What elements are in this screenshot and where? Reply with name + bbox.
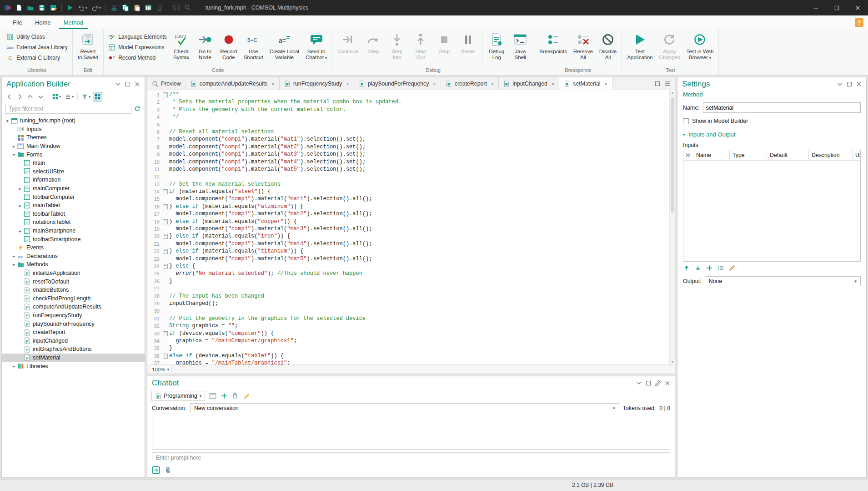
collapse-icon[interactable]: ▾ <box>11 262 17 267</box>
redo-button[interactable]: ▾ <box>90 2 102 13</box>
close-tab-icon[interactable]: × <box>346 81 349 86</box>
fold-toggle-icon[interactable] <box>161 352 169 359</box>
add-input-icon[interactable] <box>706 264 713 272</box>
tree-item-notationstablet[interactable]: notationsTablet <box>2 218 145 227</box>
view-menu-button[interactable]: ▾ <box>50 92 62 101</box>
tree-item-themes[interactable]: Themes <box>2 133 145 142</box>
zoom-extents-button[interactable] <box>183 2 193 13</box>
fold-toggle-icon[interactable] <box>161 91 169 98</box>
run-application-button[interactable] <box>65 2 75 13</box>
name-input[interactable] <box>703 102 861 113</box>
revert-to-saved-button[interactable]: Revertto Saved <box>75 30 101 66</box>
duplicate-button[interactable] <box>143 2 153 13</box>
break-button[interactable]: Break <box>457 30 479 66</box>
tree-item-libraries[interactable]: ▸Libraries <box>2 362 145 370</box>
code-editor[interactable]: 1/**2 * Sets the material properties whe… <box>147 90 675 364</box>
step-into-button[interactable]: StepInto <box>386 30 408 66</box>
step-button[interactable]: Step <box>362 30 385 66</box>
stop-button[interactable]: Stop <box>433 30 456 66</box>
tree-item-maintablet[interactable]: ▸mainTablet <box>2 201 145 210</box>
fold-toggle-icon[interactable] <box>161 233 169 240</box>
utility-class-button[interactable]: {}Utility Class <box>4 31 70 42</box>
move-input-up-icon[interactable] <box>683 264 690 272</box>
cut-button[interactable] <box>109 2 119 13</box>
close-tab-icon[interactable]: × <box>433 81 436 86</box>
tree-item-inputchanged[interactable]: inputChanged <box>2 336 145 345</box>
record-method-button[interactable]: Record Method <box>106 52 169 63</box>
save-application-button[interactable] <box>48 2 58 13</box>
tree-item-declarations[interactable]: ▸a=Declarations <box>2 252 145 261</box>
chatbot-mode-select[interactable]: Programming ▾ <box>151 391 205 401</box>
forward-button[interactable] <box>15 92 25 101</box>
expand-icon[interactable]: ▸ <box>17 203 23 208</box>
attach-file-icon[interactable] <box>165 466 172 474</box>
move-input-down-icon[interactable] <box>694 264 702 272</box>
remove-all-button[interactable]: RemoveAll <box>571 30 596 66</box>
fold-toggle-icon[interactable] <box>161 203 169 210</box>
filter-input[interactable] <box>5 104 131 114</box>
debug-log-button[interactable]: DebugLog <box>485 30 508 66</box>
record-code-button[interactable]: RecordCode <box>217 30 240 66</box>
maximize-button[interactable] <box>826 0 847 15</box>
panel-menu-icon[interactable] <box>635 380 642 387</box>
create-local-variable-button[interactable]: a=Create LocalVariable <box>267 30 302 66</box>
double-chevron-icon[interactable] <box>685 152 691 158</box>
tab-home[interactable]: Home <box>29 15 57 29</box>
inputs-table-body[interactable] <box>683 161 860 261</box>
expand-icon[interactable]: ▸ <box>11 144 17 149</box>
move-up-button[interactable] <box>25 92 35 101</box>
expand-icon[interactable]: ▸ <box>11 253 17 258</box>
help-button[interactable]: ? <box>855 18 863 27</box>
minimize-button[interactable] <box>805 0 826 15</box>
conversation-window-icon[interactable] <box>209 392 217 400</box>
tree-item-information[interactable]: information <box>2 176 145 184</box>
move-down-button[interactable] <box>36 92 45 101</box>
go-to-node-button[interactable]: Go toNode <box>194 30 216 66</box>
tree-item-toolbarsmartphone[interactable]: toolbarSmartphone <box>2 235 145 243</box>
send-prompt-icon[interactable] <box>152 466 160 474</box>
copy-table-button[interactable] <box>171 2 181 13</box>
close-tab-icon[interactable]: × <box>604 81 607 86</box>
disable-all-button[interactable]: DisableAll <box>597 30 619 66</box>
tree-item-checkfindpronglength[interactable]: checkFindProngLength <box>2 294 145 303</box>
send-to-chatbot-button[interactable]: Send toChatbot ▾ <box>303 30 330 66</box>
tree-item-resettodefault[interactable]: resetToDefault <box>2 277 145 286</box>
refresh-icon[interactable] <box>134 105 141 112</box>
editor-tab-runfrequencystudy[interactable]: runFrequencyStudy× <box>280 77 354 90</box>
comsol-logo-button[interactable] <box>3 2 13 13</box>
editor-float-icon[interactable] <box>654 80 661 87</box>
tree-item-enablebuttons[interactable]: enableButtons <box>2 286 145 294</box>
close-button[interactable] <box>847 0 868 15</box>
tree-item-toolbarcomputer[interactable]: toolbarComputer <box>2 192 145 201</box>
output-select[interactable]: None ▾ <box>705 276 861 286</box>
zoom-select[interactable]: 100% ▾ <box>150 366 171 373</box>
new-conversation-icon[interactable] <box>221 392 228 400</box>
language-elements-button[interactable]: ABCLanguage Elements <box>106 31 169 42</box>
tree-item-playsoundforfrequency[interactable]: playSoundForFrequency <box>2 319 145 328</box>
step-out-button[interactable]: StepOut <box>409 30 432 66</box>
external-java-library-button[interactable]: JavaExternal Java Library <box>4 42 70 52</box>
editor-maximize-icon[interactable] <box>664 80 671 87</box>
check-syntax-button[interactable]: [ABC]CheckSyntax <box>170 30 193 66</box>
collapse-icon[interactable]: ▾ <box>11 152 17 157</box>
panel-close-icon[interactable] <box>664 380 671 387</box>
panel-menu-icon[interactable] <box>115 81 122 88</box>
clear-conversation-icon[interactable] <box>242 392 250 400</box>
undo-button[interactable]: ▾ <box>76 2 89 13</box>
tree-item-toolbartablet[interactable]: toolbarTablet <box>2 210 145 218</box>
code-scrollbar[interactable]: ▲ ▼ <box>669 90 675 364</box>
external-c-library-button[interactable]: CExternal C Library <box>4 52 70 63</box>
filter-button[interactable]: ▾ <box>80 92 92 101</box>
scroll-down-icon[interactable]: ▼ <box>670 360 675 364</box>
delete-conversation-icon[interactable] <box>231 392 239 400</box>
editor-tab-preview[interactable]: Preview <box>147 77 186 90</box>
panel-close-icon[interactable] <box>855 81 863 88</box>
tab-method[interactable]: Method <box>57 15 90 29</box>
tree-item-selectuisize[interactable]: selectUISize <box>2 167 145 176</box>
tree-item-forms[interactable]: ▾Forms <box>2 150 145 159</box>
delete-button[interactable] <box>155 2 165 13</box>
back-button[interactable] <box>5 92 14 101</box>
tree-item-main-window[interactable]: ▸Main Window <box>2 142 145 151</box>
list-view-button[interactable]: ▾ <box>63 92 75 101</box>
paste-button[interactable] <box>132 2 142 13</box>
